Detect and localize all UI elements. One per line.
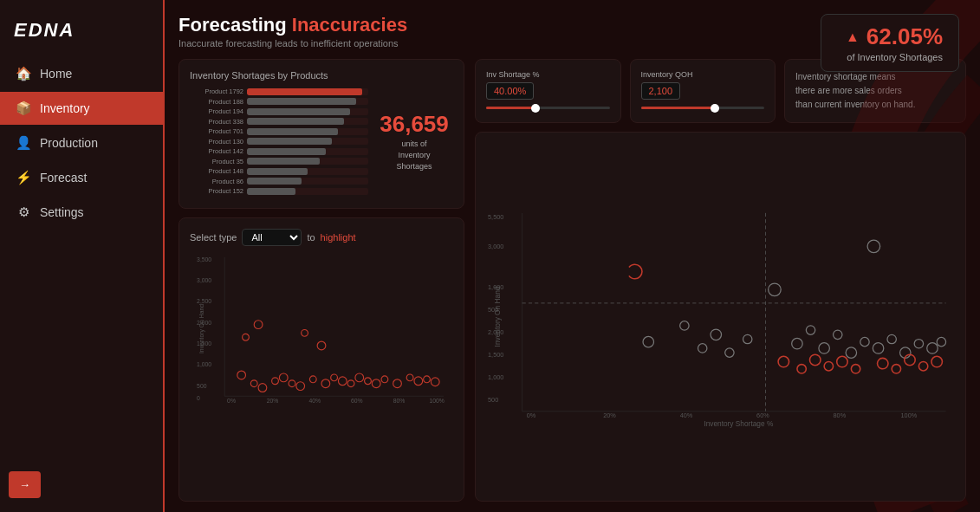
svg-point-81 xyxy=(937,337,945,346)
svg-point-25 xyxy=(309,375,316,382)
main-layout: EDNA 🏠 Home 📦 Inventory 👤 Production ⚡ F… xyxy=(0,0,980,512)
svg-text:1,000: 1,000 xyxy=(488,373,503,381)
sidebar-item-home[interactable]: 🏠 Home xyxy=(0,57,163,90)
svg-point-76 xyxy=(873,343,883,353)
production-icon: 👤 xyxy=(16,135,31,151)
svg-text:80%: 80% xyxy=(393,398,406,404)
svg-point-93 xyxy=(867,240,880,253)
shortage-slider-thumb xyxy=(531,104,540,113)
svg-point-37 xyxy=(424,375,431,382)
sidebar-logout-area: → xyxy=(9,471,154,498)
left-panel: Inventory Shortages by Products Product … xyxy=(178,59,464,502)
home-icon: 🏠 xyxy=(16,66,31,81)
nav-label-settings: Settings xyxy=(40,205,84,219)
bar-fill xyxy=(247,108,350,115)
svg-text:20%: 20% xyxy=(267,398,279,404)
info-text: Inventory shortage meansthere are more s… xyxy=(795,70,955,112)
logout-button[interactable]: → xyxy=(9,471,41,498)
svg-point-75 xyxy=(860,337,869,346)
bar-track xyxy=(247,138,368,145)
svg-point-19 xyxy=(250,379,257,386)
inventory-stat: 36,659 units ofInventoryShortages xyxy=(375,87,453,198)
select-type-row: Select type All Type A Type B to highlig… xyxy=(190,229,453,246)
qoh-slider-fill xyxy=(641,107,716,109)
svg-text:Inventory On Hand: Inventory On Hand xyxy=(493,286,502,347)
bar-label: Product 148 xyxy=(190,167,243,175)
bar-row: Product 142 xyxy=(190,147,368,155)
left-scatter-card: Select type All Type A Type B to highlig… xyxy=(178,217,464,502)
svg-text:0: 0 xyxy=(197,395,200,401)
left-scatter-container: 3,500 3,000 2,500 2,000 1,500 1,000 500 … xyxy=(190,253,453,405)
alert-icon: ▲ xyxy=(846,29,860,45)
type-select[interactable]: All Type A Type B xyxy=(242,229,302,246)
sidebar-item-inventory[interactable]: 📦 Inventory xyxy=(0,92,163,125)
qoh-slider-thumb xyxy=(711,104,719,113)
shortage-slider-track[interactable] xyxy=(486,107,610,109)
svg-point-26 xyxy=(321,379,330,387)
svg-point-34 xyxy=(393,379,402,387)
stat-number: 36,659 xyxy=(380,113,449,135)
bar-track xyxy=(247,88,368,95)
nav-label-forecast: Forecast xyxy=(40,171,87,185)
sidebar-item-production[interactable]: 👤 Production xyxy=(0,126,163,159)
bar-fill xyxy=(247,138,332,145)
bar-track xyxy=(247,108,368,115)
title-accent: Inaccuracies xyxy=(292,14,407,36)
svg-text:60%: 60% xyxy=(756,412,769,419)
select-type-label: Select type xyxy=(190,232,237,243)
svg-text:3,000: 3,000 xyxy=(488,243,503,250)
bar-track xyxy=(247,98,368,105)
svg-point-82 xyxy=(778,356,789,366)
svg-point-40 xyxy=(254,320,263,328)
shortage-slider-fill xyxy=(486,107,535,109)
svg-point-73 xyxy=(834,330,842,339)
qoh-slider-track[interactable] xyxy=(641,107,765,109)
svg-text:Inventory Shortage %: Inventory Shortage % xyxy=(704,419,774,428)
svg-point-71 xyxy=(806,326,815,334)
forecast-icon: ⚡ xyxy=(16,170,31,185)
svg-point-66 xyxy=(711,329,721,340)
svg-point-30 xyxy=(355,373,364,382)
svg-point-21 xyxy=(272,377,279,384)
title-plain: Forecasting xyxy=(178,14,292,36)
svg-text:100%: 100% xyxy=(429,398,444,404)
bar-track xyxy=(247,118,368,125)
svg-point-35 xyxy=(406,374,413,381)
svg-text:40%: 40% xyxy=(308,398,321,404)
dashboard-grid: Inventory Shortages by Products Product … xyxy=(178,59,966,502)
svg-point-64 xyxy=(680,321,689,330)
svg-text:3,500: 3,500 xyxy=(197,256,211,262)
app-logo: EDNA xyxy=(0,0,163,57)
svg-point-28 xyxy=(338,376,347,385)
svg-point-38 xyxy=(431,377,439,386)
svg-point-88 xyxy=(878,358,888,368)
svg-point-72 xyxy=(819,343,829,353)
bar-row: Product 188 xyxy=(190,98,368,106)
bar-label: Product 35 xyxy=(190,158,243,165)
bar-label: Product 338 xyxy=(190,118,243,126)
bar-label: Product 152 xyxy=(190,187,243,195)
sidebar-item-forecast[interactable]: ⚡ Forecast xyxy=(0,161,163,194)
svg-point-42 xyxy=(317,341,326,350)
svg-text:20%: 20% xyxy=(603,412,616,419)
nav-label-inventory: Inventory xyxy=(40,101,90,115)
highlight-value: highlight xyxy=(321,232,356,243)
svg-text:0%: 0% xyxy=(227,398,236,404)
svg-point-33 xyxy=(381,375,388,382)
svg-point-39 xyxy=(243,334,250,340)
sidebar-item-settings[interactable]: ⚙ Settings xyxy=(0,196,163,229)
main-content: Forecasting Inaccuracies Inaccurate fore… xyxy=(165,0,980,512)
bar-track xyxy=(247,188,368,195)
bar-fill xyxy=(247,158,320,165)
bar-fill xyxy=(247,98,356,105)
bar-label: Product 142 xyxy=(190,147,243,155)
bar-track xyxy=(247,148,368,155)
left-scatter-svg: 3,500 3,000 2,500 2,000 1,500 1,000 500 … xyxy=(190,253,453,405)
qoh-slider-card: Inventory QOH 2,100 xyxy=(630,59,776,123)
svg-point-65 xyxy=(698,344,706,353)
bar-label: Product 194 xyxy=(190,107,243,115)
nav-label-production: Production xyxy=(40,136,98,150)
svg-point-24 xyxy=(296,381,305,390)
svg-point-68 xyxy=(743,334,752,343)
bar-label: Product 86 xyxy=(190,178,243,185)
